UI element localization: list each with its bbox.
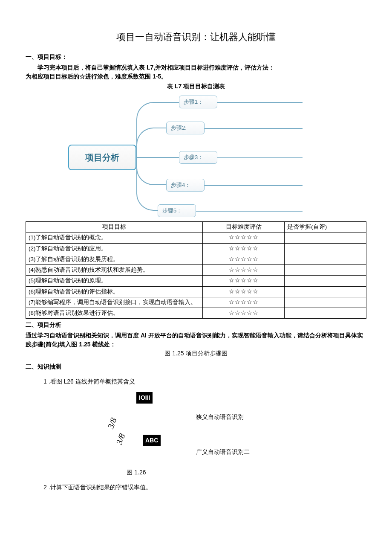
cell-target: (1)了解自动语音识别的概念。 bbox=[26, 232, 203, 243]
table-row: (3)了解自动语音识别的发展历程。☆☆☆☆☆ bbox=[26, 254, 366, 264]
section1-para1: 学习完本项目后，将自己掌握情况填入表 L7,并对相应项目目标进行难度评估，评估方… bbox=[26, 63, 366, 72]
cell-self bbox=[285, 265, 366, 276]
mindmap-connector bbox=[136, 157, 158, 211]
cell-self bbox=[285, 297, 366, 308]
table-row: (4)熟悉自动语音识别的技术现状和发展趋势。☆☆☆☆☆ bbox=[26, 265, 366, 276]
mindmap-diagram: 项目分析 步骤1： 步骤2: 步骤3： 步骤4： 步骤5： bbox=[60, 93, 332, 221]
label-broad-asr: 广义自动语音识别二 bbox=[196, 447, 250, 456]
list-item: 1 .看图 L26 连线并简单概括其含义 bbox=[43, 377, 366, 386]
mindmap-tail-line bbox=[217, 102, 303, 103]
cell-self bbox=[285, 276, 366, 286]
table-row: (6)理解自动语音识别的评估指标。☆☆☆☆☆ bbox=[26, 286, 366, 297]
th-target: 项目目标 bbox=[26, 222, 203, 232]
goals-table: 项目目标 目标难度评估 是否掌握(自评) (1)了解自动语音识别的概念。☆☆☆☆… bbox=[26, 221, 366, 319]
rotated-fraction-2: 3/8 bbox=[112, 432, 128, 446]
fig126-caption: 图 1.26 bbox=[0, 468, 366, 477]
cell-target: (4)熟悉自动语音识别的技术现状和发展趋势。 bbox=[26, 265, 203, 276]
mindmap-tail-line bbox=[196, 211, 303, 212]
knowledge-list-2: 2 .计算下面语音识别结果的字错误率值。 bbox=[26, 483, 366, 492]
badge-abc: ABC bbox=[143, 435, 161, 446]
mindmap-tail-line bbox=[205, 128, 303, 129]
section3-head: 二、知识抽测 bbox=[26, 362, 366, 371]
table-l7-caption: 表 L7 项目目标自测表 bbox=[26, 82, 366, 91]
cell-stars: ☆☆☆☆☆ bbox=[203, 243, 285, 254]
cell-self bbox=[285, 232, 366, 243]
mindmap-root: 项目分析 bbox=[68, 145, 136, 170]
cell-stars: ☆☆☆☆☆ bbox=[203, 297, 285, 308]
cell-self bbox=[285, 308, 366, 319]
table-header-row: 项目目标 目标难度评估 是否掌握(自评) bbox=[26, 222, 366, 232]
th-difficulty: 目标难度评估 bbox=[203, 222, 285, 232]
rotated-fraction-1: 3/8 bbox=[104, 416, 120, 430]
list-item: 2 .计算下面语音识别结果的字错误率值。 bbox=[43, 483, 366, 492]
cell-target: (3)了解自动语音识别的发展历程。 bbox=[26, 254, 203, 264]
fig125-caption: 图 1.25 项目分析步骤图 bbox=[26, 349, 366, 358]
cell-stars: ☆☆☆☆☆ bbox=[203, 254, 285, 264]
mindmap-step: 步骤5： bbox=[158, 204, 196, 217]
section2-para: 通过学习自动语音识别相关知识，调用百度 AI 开放平台的自动语音识别能力，实现智… bbox=[26, 331, 366, 349]
badge-ioiii: IOIII bbox=[136, 392, 153, 404]
section1-para2: 为相应项目目标后的☆进行涂色，难度系数范围 1-5。 bbox=[26, 72, 366, 81]
mindmap-step: 步骤3： bbox=[179, 151, 217, 164]
cell-stars: ☆☆☆☆☆ bbox=[203, 308, 285, 319]
table-row: (2)了解自动语音识别的应用。☆☆☆☆☆ bbox=[26, 243, 366, 254]
fig126-diagram: IOIII 3/8 3/8 ABC 狭义自动语音识别 广义自动语音识别二 bbox=[60, 392, 332, 469]
mindmap-step: 步骤1： bbox=[179, 96, 217, 108]
mindmap-step: 步骤2: bbox=[166, 122, 205, 134]
cell-target: (7)能够编写程序，调用自动语音识别接口，实现自动语音输入。 bbox=[26, 297, 203, 308]
table-row: (8)能够对语音识别效果进行评估。☆☆☆☆☆ bbox=[26, 308, 366, 319]
table-row: (1)了解自动语音识别的概念。☆☆☆☆☆ bbox=[26, 232, 366, 243]
th-self: 是否掌握(自评) bbox=[285, 222, 366, 232]
cell-self bbox=[285, 286, 366, 297]
cell-self bbox=[285, 254, 366, 264]
section2-head: 二、项目分析 bbox=[26, 320, 366, 329]
mindmap-tail-line bbox=[205, 185, 303, 186]
label-narrow-asr: 狭义自动语音识别 bbox=[196, 413, 244, 421]
mindmap-step: 步骤4： bbox=[166, 179, 205, 192]
cell-stars: ☆☆☆☆☆ bbox=[203, 232, 285, 243]
cell-self bbox=[285, 243, 366, 254]
cell-stars: ☆☆☆☆☆ bbox=[203, 286, 285, 297]
page-title: 项目一自动语音识别：让机器人能听懂 bbox=[26, 30, 366, 44]
mindmap-tail-line bbox=[217, 157, 303, 158]
cell-target: (2)了解自动语音识别的应用。 bbox=[26, 243, 203, 254]
table-row: (7)能够编写程序，调用自动语音识别接口，实现自动语音输入。☆☆☆☆☆ bbox=[26, 297, 366, 308]
cell-stars: ☆☆☆☆☆ bbox=[203, 265, 285, 276]
table-row: (5)理解自动语音识别的原理。☆☆☆☆☆ bbox=[26, 276, 366, 286]
cell-target: (8)能够对语音识别效果进行评估。 bbox=[26, 308, 203, 319]
cell-target: (6)理解自动语音识别的评估指标。 bbox=[26, 286, 203, 297]
cell-stars: ☆☆☆☆☆ bbox=[203, 276, 285, 286]
section1-head: 一、项目目标： bbox=[26, 52, 366, 61]
cell-target: (5)理解自动语音识别的原理。 bbox=[26, 276, 203, 286]
knowledge-list: 1 .看图 L26 连线并简单概括其含义 bbox=[26, 377, 366, 386]
